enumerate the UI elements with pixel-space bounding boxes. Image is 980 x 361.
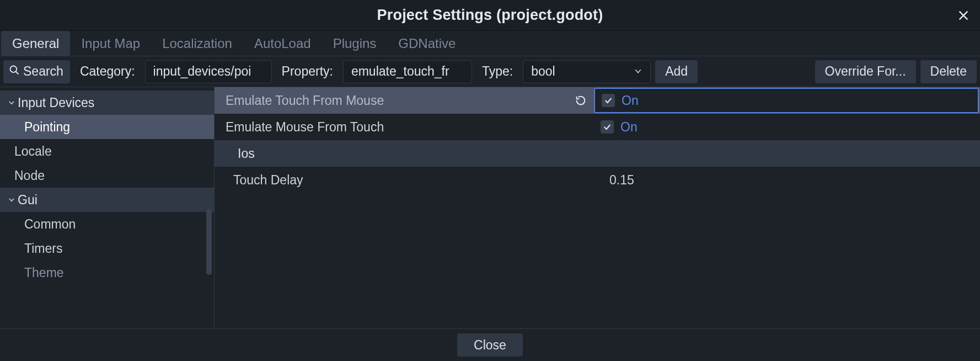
property-value: On xyxy=(594,114,980,140)
checkbox-label: On xyxy=(620,120,638,135)
property-label-text: Emulate Mouse From Touch xyxy=(226,120,384,135)
property-number-value: 0.15 xyxy=(601,173,634,188)
tree-label: Pointing xyxy=(24,120,70,135)
property-panel: Emulate Touch From Mouse On Emulate Mous… xyxy=(215,87,980,328)
property-value[interactable]: 0.15 xyxy=(594,167,980,193)
tree-item-locale[interactable]: Locale xyxy=(0,139,214,163)
category-input[interactable] xyxy=(145,60,272,83)
tree-label: Timers xyxy=(24,241,62,256)
property-section-ios[interactable]: Ios xyxy=(215,140,980,167)
checkbox[interactable] xyxy=(602,94,615,107)
close-icon[interactable] xyxy=(955,7,972,24)
property-row-touch-delay: Touch Delay 0.15 xyxy=(215,167,980,193)
tree-item-pointing[interactable]: Pointing xyxy=(0,115,214,139)
tree-label: Node xyxy=(14,168,45,183)
property-row-emulate-touch: Emulate Touch From Mouse On xyxy=(215,87,980,114)
chevron-down-icon xyxy=(634,64,642,79)
revert-icon[interactable] xyxy=(573,93,588,108)
property-label-text: Emulate Touch From Mouse xyxy=(226,93,384,108)
titlebar: Project Settings (project.godot) xyxy=(0,0,980,31)
category-tree: Input Devices Pointing Locale Node Gui C… xyxy=(0,87,215,328)
property-value: On xyxy=(594,88,979,113)
tab-localization[interactable]: Localization xyxy=(151,31,243,56)
filterbar: Search Category: Property: Type: bool Ad… xyxy=(0,56,980,87)
type-label: Type: xyxy=(476,64,518,79)
property-label: Emulate Mouse From Touch xyxy=(215,114,594,140)
search-button[interactable]: Search xyxy=(3,60,70,83)
checkbox[interactable] xyxy=(601,120,614,134)
delete-button[interactable]: Delete xyxy=(920,60,977,83)
tab-gdnative[interactable]: GDNative xyxy=(387,31,467,56)
svg-point-0 xyxy=(10,66,17,73)
tree-item-theme[interactable]: Theme xyxy=(0,261,214,285)
tab-general[interactable]: General xyxy=(1,31,70,56)
property-input[interactable] xyxy=(343,60,472,83)
scrollbar[interactable] xyxy=(206,209,212,275)
tree-label: Theme xyxy=(24,266,64,280)
tree-item-input-devices[interactable]: Input Devices xyxy=(0,91,214,115)
category-label: Category: xyxy=(74,64,141,79)
tab-autoload[interactable]: AutoLoad xyxy=(243,31,322,56)
body: Input Devices Pointing Locale Node Gui C… xyxy=(0,87,980,329)
search-icon xyxy=(9,64,20,79)
footer: Close xyxy=(0,329,980,361)
property-label-text: Touch Delay xyxy=(233,173,303,188)
tree-label: Gui xyxy=(18,193,38,208)
type-select-value: bool xyxy=(531,64,555,79)
close-button[interactable]: Close xyxy=(457,333,523,357)
checkbox-label: On xyxy=(622,93,639,108)
window-title: Project Settings (project.godot) xyxy=(377,7,603,24)
tree-item-timers[interactable]: Timers xyxy=(0,236,214,261)
tab-plugins[interactable]: Plugins xyxy=(322,31,388,56)
property-row-emulate-mouse: Emulate Mouse From Touch On xyxy=(215,114,980,140)
search-label: Search xyxy=(23,64,63,79)
property-label: Property: xyxy=(276,64,339,79)
tree-label: Locale xyxy=(14,144,52,159)
override-for-button[interactable]: Override For... xyxy=(815,60,916,83)
chevron-down-icon xyxy=(6,99,18,107)
tree-label: Common xyxy=(24,217,76,232)
tree-item-gui[interactable]: Gui xyxy=(0,188,214,212)
chevron-down-icon xyxy=(6,196,18,204)
property-label: Touch Delay xyxy=(215,167,594,193)
type-select[interactable]: bool xyxy=(523,60,651,83)
tab-input-map[interactable]: Input Map xyxy=(70,31,151,56)
section-label: Ios xyxy=(238,146,255,161)
tree-item-common[interactable]: Common xyxy=(0,212,214,236)
add-button[interactable]: Add xyxy=(655,60,698,83)
tree-label: Input Devices xyxy=(18,95,94,110)
tabbar: General Input Map Localization AutoLoad … xyxy=(0,31,980,56)
property-label: Emulate Touch From Mouse xyxy=(215,87,594,114)
tree-item-node[interactable]: Node xyxy=(0,163,214,188)
